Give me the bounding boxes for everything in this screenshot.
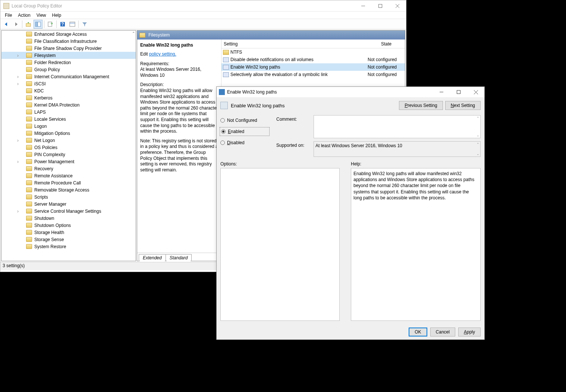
radio-not-configured[interactable]: Not Configured bbox=[220, 117, 269, 124]
description-note: Note: This registry setting is not store… bbox=[140, 138, 218, 173]
tree-item[interactable]: iSCSI bbox=[1, 80, 136, 87]
help-button[interactable]: ? bbox=[58, 20, 67, 29]
tree-item-label: Server Manager bbox=[34, 202, 66, 207]
list-header: Setting State bbox=[221, 39, 405, 48]
list-row[interactable]: Selectively allow the evaluation of a sy… bbox=[221, 71, 405, 78]
folder-icon bbox=[26, 216, 32, 221]
tree-item[interactable]: Power Management bbox=[1, 158, 136, 165]
folder-icon bbox=[26, 145, 32, 150]
tree-pane: Enhanced Storage AccessFile Classificati… bbox=[1, 30, 136, 261]
tree-item[interactable]: Logon bbox=[1, 123, 136, 130]
tree-item[interactable]: OS Policies bbox=[1, 144, 136, 151]
tree-item[interactable]: Removable Storage Access bbox=[1, 186, 136, 193]
tree-item[interactable]: Enhanced Storage Access bbox=[1, 31, 136, 38]
export-button[interactable] bbox=[46, 20, 55, 29]
tree-item[interactable]: Service Control Manager Settings bbox=[1, 208, 136, 215]
tree-item[interactable]: Kernel DMA Protection bbox=[1, 101, 136, 108]
menu-view[interactable]: View bbox=[34, 12, 49, 19]
tree-item[interactable]: Shutdown bbox=[1, 215, 136, 222]
show-tree-button[interactable] bbox=[34, 20, 43, 29]
dialog-maximize-button[interactable] bbox=[450, 87, 467, 97]
scroll-up-icon[interactable]: ⌃ bbox=[132, 31, 135, 35]
edit-policy-link[interactable]: policy setting. bbox=[149, 51, 176, 57]
tree-item[interactable]: KDC bbox=[1, 87, 136, 94]
tree-item-label: Folder Redirection bbox=[34, 60, 71, 65]
tree-item[interactable]: File Share Shadow Copy Provider bbox=[1, 45, 136, 52]
radio-enabled[interactable]: Enabled bbox=[220, 128, 269, 135]
folder-icon bbox=[223, 50, 229, 55]
folder-icon bbox=[139, 33, 145, 38]
close-button[interactable] bbox=[389, 0, 406, 12]
apply-button[interactable]: Apply bbox=[458, 328, 481, 336]
tab-standard[interactable]: Standard bbox=[166, 254, 192, 261]
tree-item-label: Mitigation Options bbox=[34, 131, 70, 136]
properties-button[interactable] bbox=[68, 20, 77, 29]
tree-item-label: File Share Shadow Copy Provider bbox=[34, 46, 102, 51]
forward-button[interactable] bbox=[12, 20, 21, 29]
back-button[interactable] bbox=[2, 20, 11, 29]
tree-item-label: Storage Health bbox=[34, 230, 64, 235]
tree-item[interactable]: Internet Communication Management bbox=[1, 73, 136, 80]
tree-item[interactable]: Scripts bbox=[1, 193, 136, 200]
setting-state: Not configured bbox=[368, 72, 405, 77]
column-setting[interactable]: Setting bbox=[221, 41, 368, 47]
folder-icon bbox=[26, 173, 32, 178]
policy-icon bbox=[220, 102, 228, 109]
tree-item[interactable]: Recovery bbox=[1, 165, 136, 172]
tree-item[interactable]: PIN Complexity bbox=[1, 151, 136, 158]
tree-item[interactable]: LAPS bbox=[1, 108, 136, 116]
minimize-button[interactable] bbox=[355, 0, 372, 12]
comment-input[interactable]: ⌃⌄ bbox=[314, 115, 481, 138]
folder-icon bbox=[26, 88, 32, 93]
folder-icon bbox=[26, 53, 32, 58]
tree-item[interactable]: Mitigation Options bbox=[1, 130, 136, 137]
cancel-button[interactable]: Cancel bbox=[430, 328, 455, 336]
svg-rect-4 bbox=[26, 23, 31, 26]
tree-item[interactable]: Storage Health bbox=[1, 229, 136, 236]
tree-item[interactable]: Locale Services bbox=[1, 116, 136, 123]
titlebar: Local Group Policy Editor bbox=[0, 0, 406, 12]
help-panel: Enabling Win32 long paths will allow man… bbox=[351, 168, 481, 321]
menu-action[interactable]: Action bbox=[15, 12, 33, 19]
next-setting-button[interactable]: Next Setting bbox=[445, 101, 481, 110]
list-row[interactable]: NTFS bbox=[221, 48, 405, 56]
tree-item[interactable]: Remote Procedure Call bbox=[1, 179, 136, 186]
filter-button[interactable] bbox=[80, 20, 89, 29]
radio-disabled[interactable]: Disabled bbox=[220, 139, 269, 146]
up-button[interactable] bbox=[24, 20, 33, 29]
tree-item[interactable]: Net Logon bbox=[1, 137, 136, 144]
tree-item-label: Power Management bbox=[34, 159, 74, 164]
previous-setting-button[interactable]: Previous Setting bbox=[399, 101, 443, 110]
description-label: Description: bbox=[140, 82, 164, 87]
menu-help[interactable]: Help bbox=[49, 12, 65, 19]
svg-rect-1 bbox=[379, 4, 382, 7]
tree-item-label: Recovery bbox=[34, 166, 53, 171]
tree-item-label: Group Policy bbox=[34, 67, 60, 72]
tree-item[interactable]: Remote Assistance bbox=[1, 172, 136, 179]
tree[interactable]: Enhanced Storage AccessFile Classificati… bbox=[1, 31, 136, 261]
description-panel: Enable Win32 long paths Edit policy sett… bbox=[137, 39, 221, 253]
tree-item[interactable]: Storage Sense bbox=[1, 236, 136, 243]
tree-item[interactable]: Kerberos bbox=[1, 94, 136, 101]
tree-item[interactable]: Server Manager bbox=[1, 200, 136, 208]
tab-extended[interactable]: Extended bbox=[139, 254, 166, 261]
tree-item[interactable]: System Restore bbox=[1, 243, 136, 250]
tree-item[interactable]: Folder Redirection bbox=[1, 59, 136, 66]
maximize-button[interactable] bbox=[372, 0, 389, 12]
dialog-title: Enable Win32 long paths bbox=[227, 89, 433, 95]
column-state[interactable]: State bbox=[368, 41, 405, 47]
list-row[interactable]: Enable Win32 long pathsNot configured bbox=[221, 63, 405, 71]
window-title: Local Group Policy Editor bbox=[12, 3, 355, 9]
folder-icon bbox=[26, 46, 32, 51]
menu-file[interactable]: File bbox=[2, 12, 15, 19]
tree-item[interactable]: File Classification Infrastructure bbox=[1, 38, 136, 45]
dialog-close-button[interactable] bbox=[467, 87, 484, 97]
list-row[interactable]: Disable delete notifications on all volu… bbox=[221, 56, 405, 63]
dialog-minimize-button[interactable] bbox=[433, 87, 450, 97]
tree-item[interactable]: Group Policy bbox=[1, 66, 136, 73]
help-label: Help: bbox=[351, 161, 481, 167]
ok-button[interactable]: OK bbox=[409, 328, 427, 336]
folder-icon bbox=[26, 159, 32, 164]
tree-item[interactable]: Filesystem bbox=[1, 52, 136, 59]
tree-item[interactable]: Shutdown Options bbox=[1, 222, 136, 229]
